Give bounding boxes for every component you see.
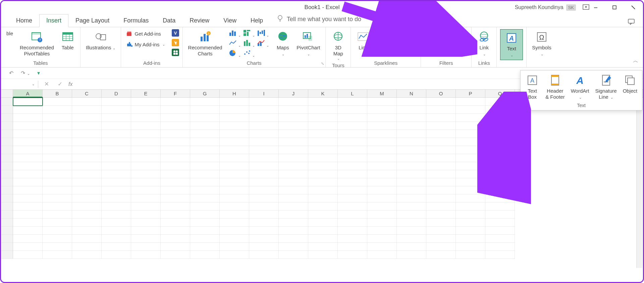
cell[interactable] — [131, 114, 161, 122]
tab-help[interactable]: Help — [244, 14, 270, 27]
cell[interactable] — [367, 186, 397, 194]
cell[interactable] — [456, 178, 485, 186]
cell[interactable] — [426, 170, 456, 178]
cell[interactable] — [397, 130, 426, 138]
cell[interactable] — [456, 138, 485, 146]
cell[interactable] — [338, 251, 367, 259]
cell[interactable] — [43, 210, 72, 219]
tab-data[interactable]: Data — [156, 14, 182, 27]
cell[interactable] — [426, 235, 456, 243]
cell[interactable] — [338, 114, 367, 122]
cell[interactable] — [220, 186, 249, 194]
cell[interactable] — [338, 186, 367, 194]
cell[interactable] — [308, 186, 338, 194]
cell[interactable] — [456, 251, 485, 259]
cell[interactable] — [190, 98, 220, 106]
cell[interactable] — [426, 178, 456, 186]
user-account[interactable]: Supreeth Koundinya SK — [515, 4, 576, 11]
cell[interactable] — [190, 227, 220, 235]
cell[interactable] — [72, 98, 102, 106]
worksheet-grid[interactable]: A B C D E F G H I J K L M N O P Q ▲ — [1, 90, 643, 269]
cell[interactable] — [338, 146, 367, 154]
cell[interactable] — [338, 243, 367, 251]
cell[interactable] — [161, 170, 190, 178]
cell[interactable] — [397, 106, 426, 114]
cell[interactable] — [131, 146, 161, 154]
cell[interactable] — [397, 138, 426, 146]
cell[interactable] — [190, 170, 220, 178]
cell[interactable] — [131, 122, 161, 130]
cell[interactable] — [397, 202, 426, 210]
enter-formula-icon[interactable]: ✓ — [55, 81, 65, 88]
cell[interactable] — [367, 162, 397, 170]
cell[interactable] — [279, 122, 308, 130]
cell[interactable] — [131, 138, 161, 146]
cell[interactable] — [397, 154, 426, 162]
cell[interactable] — [161, 219, 190, 227]
cell[interactable] — [249, 219, 279, 227]
cell[interactable] — [367, 235, 397, 243]
cell[interactable] — [102, 146, 131, 154]
cell[interactable] — [397, 251, 426, 259]
cell[interactable] — [338, 98, 367, 106]
cell[interactable] — [279, 114, 308, 122]
cell[interactable] — [456, 194, 485, 202]
row-header[interactable] — [1, 227, 13, 235]
cell[interactable] — [249, 170, 279, 178]
cell[interactable] — [426, 186, 456, 194]
cell[interactable] — [249, 162, 279, 170]
cell[interactable] — [43, 219, 72, 227]
cell[interactable] — [485, 194, 515, 202]
column-header[interactable]: L — [338, 90, 367, 97]
cell[interactable] — [190, 106, 220, 114]
cell[interactable] — [279, 162, 308, 170]
cell[interactable] — [131, 243, 161, 251]
cell[interactable] — [190, 178, 220, 186]
cell[interactable] — [190, 130, 220, 138]
cell[interactable] — [308, 243, 338, 251]
cell[interactable] — [72, 170, 102, 178]
cell[interactable] — [249, 227, 279, 235]
cell[interactable] — [161, 227, 190, 235]
cell[interactable] — [72, 138, 102, 146]
cell[interactable] — [131, 170, 161, 178]
cell[interactable] — [367, 178, 397, 186]
cell[interactable] — [308, 98, 338, 106]
cell[interactable] — [456, 210, 485, 219]
cell[interactable] — [72, 202, 102, 210]
tab-review[interactable]: Review — [182, 14, 216, 27]
cell[interactable] — [397, 98, 426, 106]
cell[interactable] — [308, 210, 338, 219]
cell[interactable] — [43, 122, 72, 130]
cell[interactable] — [338, 138, 367, 146]
cell[interactable] — [190, 186, 220, 194]
cell[interactable] — [13, 130, 43, 138]
row-header[interactable] — [1, 162, 13, 170]
cell[interactable] — [13, 202, 43, 210]
cell[interactable] — [426, 106, 456, 114]
cell[interactable] — [249, 154, 279, 162]
cell[interactable] — [397, 170, 426, 178]
cell[interactable] — [338, 122, 367, 130]
cell[interactable] — [13, 106, 43, 114]
cell[interactable] — [338, 130, 367, 138]
cell[interactable] — [161, 146, 190, 154]
cell[interactable] — [72, 146, 102, 154]
charts-dialog-launcher-icon[interactable]: ⤡ — [321, 61, 324, 66]
cell[interactable] — [161, 235, 190, 243]
cell[interactable] — [338, 202, 367, 210]
ribbon-display-options-icon[interactable] — [583, 4, 589, 11]
cell[interactable] — [338, 178, 367, 186]
cell[interactable] — [72, 114, 102, 122]
cell[interactable] — [249, 210, 279, 219]
cell[interactable] — [367, 170, 397, 178]
cell[interactable] — [338, 170, 367, 178]
symbols-button[interactable]: Ω Symbols⌄ — [530, 29, 553, 58]
cell[interactable] — [131, 235, 161, 243]
header-footer-button[interactable]: Header & Footer — [543, 73, 567, 101]
cell[interactable] — [102, 98, 131, 106]
cell[interactable] — [456, 162, 485, 170]
cell[interactable] — [161, 114, 190, 122]
cell[interactable] — [131, 106, 161, 114]
timeline-button[interactable]: Timeline — [445, 29, 468, 52]
